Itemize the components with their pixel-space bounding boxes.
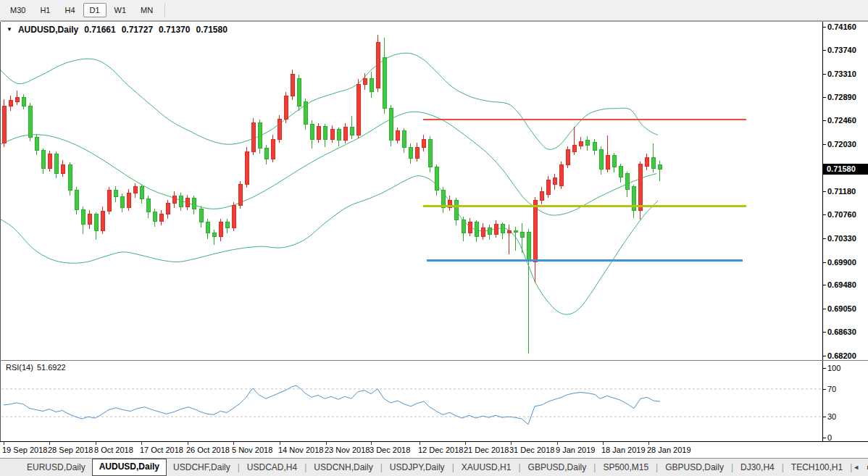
chart-symbol-title: AUDUSD,Daily — [18, 25, 78, 35]
timeframe-button-m30[interactable]: M30 — [4, 3, 32, 17]
ohlc-low: 0.71370 — [159, 25, 190, 35]
chart-tab-usdcnh-daily[interactable]: USDCNH,Daily — [307, 459, 379, 476]
svg-text:8 Oct 2018: 8 Oct 2018 — [94, 446, 133, 454]
rsi-axis: 10070300 — [823, 364, 840, 442]
svg-text:0.70330: 0.70330 — [827, 234, 856, 243]
timeframe-toolbar: M30H1H4D1W1MN — [0, 0, 868, 21]
candlesticks-layer — [2, 35, 662, 354]
svg-text:28 Sep 2018: 28 Sep 2018 — [48, 446, 93, 454]
svg-text:0.70760: 0.70760 — [827, 210, 856, 219]
current-price-badge: 0.71580 — [823, 164, 868, 175]
chart-tab-usdcad-h4[interactable]: USDCAD,H4 — [241, 459, 304, 476]
svg-text:0.72890: 0.72890 — [827, 93, 856, 101]
chart-tab-usdchf-daily[interactable]: USDCHF,Daily — [167, 459, 237, 476]
chart-title-line: ▼ AUDUSD,Daily 0.71661 0.71727 0.71370 0… — [7, 25, 228, 35]
svg-text:9 Jan 2019: 9 Jan 2019 — [556, 446, 595, 454]
price-chart-svg[interactable]: 0.741600.737400.733100.728900.724600.720… — [0, 0, 868, 458]
tab-scroll-arrows: ◄► — [853, 464, 868, 471]
ohlc-open: 0.71661 — [84, 25, 115, 35]
chart-tab-usdjpy-daily[interactable]: USDJPY,Daily — [383, 459, 451, 476]
svg-text:30: 30 — [827, 412, 836, 421]
chart-tabs-bar: EURUSD,DailyAUDUSD,DailyUSDCHF,Daily|USD… — [0, 458, 868, 476]
timeframe-button-d1[interactable]: D1 — [83, 3, 107, 17]
svg-text:0.69480: 0.69480 — [827, 280, 856, 289]
chart-tab-eurusd-daily[interactable]: EURUSD,Daily — [20, 459, 92, 476]
svg-text:0: 0 — [827, 433, 832, 442]
timeframe-button-h4[interactable]: H4 — [58, 3, 81, 17]
chart-tab-audusd-daily[interactable]: AUDUSD,Daily — [92, 459, 167, 476]
svg-text:0.74160: 0.74160 — [827, 22, 856, 31]
symbol-dropdown-icon[interactable]: ▼ — [7, 25, 12, 35]
bollinger-middle-line — [0, 112, 656, 215]
svg-text:5 Nov 2018: 5 Nov 2018 — [232, 446, 272, 454]
toolbar-separator — [164, 3, 165, 17]
timeframe-button-w1[interactable]: W1 — [108, 3, 133, 17]
svg-text:0.69050: 0.69050 — [827, 304, 856, 313]
svg-text:17 Oct 2018: 17 Oct 2018 — [140, 446, 183, 454]
svg-text:23 Nov 2018: 23 Nov 2018 — [325, 446, 370, 454]
terminal-window: M30H1H4D1W1MN 0.741600.737400.733100.728… — [0, 0, 868, 476]
rsi-line — [4, 385, 660, 425]
timeframe-button-mn[interactable]: MN — [134, 3, 159, 17]
rsi-layer — [4, 385, 660, 425]
rsi-indicator-label: RSI(14) 51.6922 — [6, 363, 66, 372]
price-axis: 0.741600.737400.733100.728900.724600.720… — [823, 22, 856, 360]
svg-text:0.68200: 0.68200 — [827, 351, 856, 360]
ohlc-high: 0.71727 — [122, 25, 153, 35]
rsi-name: RSI(14) — [6, 363, 33, 372]
svg-text:70: 70 — [827, 385, 836, 393]
chart-tab-sp500-m15[interactable]: SP500,M15 — [596, 459, 655, 476]
svg-text:26 Oct 2018: 26 Oct 2018 — [186, 446, 230, 454]
svg-text:19 Sep 2018: 19 Sep 2018 — [2, 446, 47, 454]
svg-text:12 Dec 2018: 12 Dec 2018 — [418, 446, 463, 454]
rsi-value: 51.6922 — [37, 363, 66, 372]
svg-text:0.71180: 0.71180 — [827, 187, 856, 196]
svg-text:0.68630: 0.68630 — [827, 327, 856, 336]
svg-text:0.72030: 0.72030 — [827, 140, 856, 149]
bollinger-upper-line — [0, 53, 658, 149]
timeframe-button-h1[interactable]: H1 — [33, 3, 57, 17]
svg-text:0.73310: 0.73310 — [827, 70, 856, 78]
chart-frame — [0, 22, 868, 442]
svg-text:21 Dec 2018: 21 Dec 2018 — [464, 446, 509, 454]
svg-text:100: 100 — [827, 364, 840, 372]
chart-tab-dj30-h4[interactable]: DJ30,H4 — [734, 459, 781, 476]
svg-text:0.73740: 0.73740 — [827, 46, 856, 54]
chart-tab-tech100-h1[interactable]: TECH100,H1 — [785, 459, 849, 476]
svg-text:3 Dec 2018: 3 Dec 2018 — [370, 446, 410, 454]
chart-tab-gbpusd-daily[interactable]: GBPUSD,Daily — [522, 459, 593, 476]
svg-text:28 Jan 2019: 28 Jan 2019 — [647, 446, 691, 454]
chart-tab-gbpusd-daily[interactable]: GBPUSD,Daily — [659, 459, 730, 476]
ohlc-close: 0.71580 — [196, 25, 227, 35]
bollinger-lower-line — [0, 176, 658, 314]
svg-text:0.72460: 0.72460 — [827, 116, 856, 125]
date-axis: 19 Sep 201828 Sep 20188 Oct 201817 Oct 2… — [2, 442, 691, 454]
svg-text:31 Dec 2018: 31 Dec 2018 — [509, 446, 554, 454]
scroll-left-icon[interactable]: ◄ — [853, 464, 859, 471]
chart-tab-xauusd-h1[interactable]: XAUUSD,H1 — [455, 459, 518, 476]
svg-text:0.69900: 0.69900 — [827, 258, 856, 267]
svg-text:14 Nov 2018: 14 Nov 2018 — [278, 446, 323, 454]
svg-text:18 Jan 2019: 18 Jan 2019 — [601, 446, 646, 454]
rsi-level-lines — [1, 389, 822, 417]
